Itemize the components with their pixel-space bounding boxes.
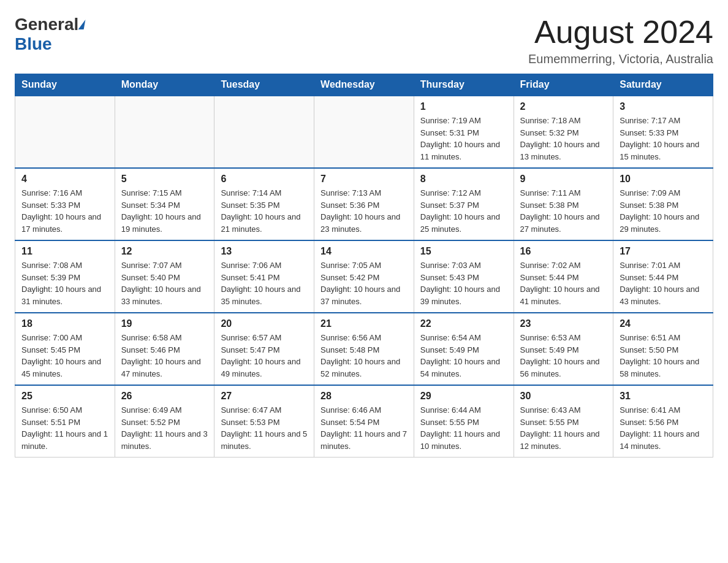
day-number: 20 bbox=[221, 318, 308, 329]
day-number: 19 bbox=[121, 318, 208, 329]
day-number: 27 bbox=[221, 391, 308, 402]
day-number: 8 bbox=[420, 174, 507, 185]
calendar-cell: 19Sunrise: 6:58 AM Sunset: 5:46 PM Dayli… bbox=[115, 313, 214, 385]
calendar-cell: 18Sunrise: 7:00 AM Sunset: 5:45 PM Dayli… bbox=[15, 313, 115, 385]
day-info: Sunrise: 7:16 AM Sunset: 5:33 PM Dayligh… bbox=[21, 187, 108, 235]
day-info: Sunrise: 6:58 AM Sunset: 5:46 PM Dayligh… bbox=[121, 332, 208, 380]
day-info: Sunrise: 6:51 AM Sunset: 5:50 PM Dayligh… bbox=[620, 332, 707, 380]
weekday-header-wednesday: Wednesday bbox=[314, 74, 414, 96]
calendar-cell: 20Sunrise: 6:57 AM Sunset: 5:47 PM Dayli… bbox=[214, 313, 314, 385]
day-number: 10 bbox=[620, 174, 707, 185]
day-number: 29 bbox=[420, 391, 507, 402]
calendar-cell: 2Sunrise: 7:18 AM Sunset: 5:32 PM Daylig… bbox=[514, 96, 613, 168]
calendar-cell: 21Sunrise: 6:56 AM Sunset: 5:48 PM Dayli… bbox=[314, 313, 414, 385]
day-info: Sunrise: 6:53 AM Sunset: 5:49 PM Dayligh… bbox=[520, 332, 607, 380]
day-number: 25 bbox=[21, 391, 108, 402]
calendar-cell: 25Sunrise: 6:50 AM Sunset: 5:51 PM Dayli… bbox=[15, 385, 115, 458]
day-number: 23 bbox=[520, 318, 607, 329]
calendar-cell: 27Sunrise: 6:47 AM Sunset: 5:53 PM Dayli… bbox=[214, 385, 314, 458]
day-number: 2 bbox=[520, 101, 607, 112]
calendar-cell: 1Sunrise: 7:19 AM Sunset: 5:31 PM Daylig… bbox=[414, 96, 514, 168]
calendar-cell: 15Sunrise: 7:03 AM Sunset: 5:43 PM Dayli… bbox=[414, 240, 514, 313]
weekday-header-monday: Monday bbox=[115, 74, 214, 96]
month-year-title: August 2024 bbox=[528, 15, 713, 50]
day-number: 7 bbox=[320, 174, 408, 185]
day-info: Sunrise: 6:47 AM Sunset: 5:53 PM Dayligh… bbox=[221, 404, 308, 452]
calendar-cell: 9Sunrise: 7:11 AM Sunset: 5:38 PM Daylig… bbox=[514, 168, 613, 240]
day-info: Sunrise: 6:41 AM Sunset: 5:56 PM Dayligh… bbox=[620, 404, 707, 452]
calendar-cell: 23Sunrise: 6:53 AM Sunset: 5:49 PM Dayli… bbox=[514, 313, 613, 385]
calendar-cell: 14Sunrise: 7:05 AM Sunset: 5:42 PM Dayli… bbox=[314, 240, 414, 313]
day-number: 24 bbox=[620, 318, 707, 329]
calendar-body: 1Sunrise: 7:19 AM Sunset: 5:31 PM Daylig… bbox=[15, 96, 713, 458]
calendar-cell bbox=[314, 96, 414, 168]
day-info: Sunrise: 6:43 AM Sunset: 5:55 PM Dayligh… bbox=[520, 404, 607, 452]
day-info: Sunrise: 7:19 AM Sunset: 5:31 PM Dayligh… bbox=[420, 115, 507, 163]
location-subtitle: Eumemmerring, Victoria, Australia bbox=[528, 52, 713, 66]
day-number: 22 bbox=[420, 318, 507, 329]
calendar-week-row: 1Sunrise: 7:19 AM Sunset: 5:31 PM Daylig… bbox=[15, 96, 713, 168]
calendar-table: SundayMondayTuesdayWednesdayThursdayFrid… bbox=[15, 74, 713, 458]
calendar-header: SundayMondayTuesdayWednesdayThursdayFrid… bbox=[15, 74, 713, 96]
day-number: 6 bbox=[221, 174, 308, 185]
day-info: Sunrise: 7:17 AM Sunset: 5:33 PM Dayligh… bbox=[620, 115, 707, 163]
day-number: 26 bbox=[121, 391, 208, 402]
day-number: 9 bbox=[520, 174, 607, 185]
calendar-cell: 13Sunrise: 7:06 AM Sunset: 5:41 PM Dayli… bbox=[214, 240, 314, 313]
day-number: 3 bbox=[620, 101, 707, 112]
calendar-cell bbox=[15, 96, 115, 168]
day-number: 12 bbox=[121, 246, 208, 257]
logo-blue-text: Blue bbox=[15, 34, 52, 53]
calendar-cell: 5Sunrise: 7:15 AM Sunset: 5:34 PM Daylig… bbox=[115, 168, 214, 240]
day-number: 13 bbox=[221, 246, 308, 257]
day-info: Sunrise: 7:08 AM Sunset: 5:39 PM Dayligh… bbox=[21, 259, 108, 307]
calendar-cell bbox=[115, 96, 214, 168]
calendar-cell: 26Sunrise: 6:49 AM Sunset: 5:52 PM Dayli… bbox=[115, 385, 214, 458]
calendar-cell: 24Sunrise: 6:51 AM Sunset: 5:50 PM Dayli… bbox=[613, 313, 713, 385]
day-info: Sunrise: 7:06 AM Sunset: 5:41 PM Dayligh… bbox=[221, 259, 308, 307]
day-info: Sunrise: 7:00 AM Sunset: 5:45 PM Dayligh… bbox=[21, 332, 108, 380]
logo-arrow-icon bbox=[78, 20, 86, 29]
calendar-week-row: 25Sunrise: 6:50 AM Sunset: 5:51 PM Dayli… bbox=[15, 385, 713, 458]
calendar-cell: 30Sunrise: 6:43 AM Sunset: 5:55 PM Dayli… bbox=[514, 385, 613, 458]
day-info: Sunrise: 7:03 AM Sunset: 5:43 PM Dayligh… bbox=[420, 259, 507, 307]
calendar-cell: 29Sunrise: 6:44 AM Sunset: 5:55 PM Dayli… bbox=[414, 385, 514, 458]
day-number: 1 bbox=[420, 101, 507, 112]
day-number: 11 bbox=[21, 246, 108, 257]
calendar-cell: 28Sunrise: 6:46 AM Sunset: 5:54 PM Dayli… bbox=[314, 385, 414, 458]
calendar-cell: 4Sunrise: 7:16 AM Sunset: 5:33 PM Daylig… bbox=[15, 168, 115, 240]
day-info: Sunrise: 6:56 AM Sunset: 5:48 PM Dayligh… bbox=[320, 332, 408, 380]
calendar-cell: 10Sunrise: 7:09 AM Sunset: 5:38 PM Dayli… bbox=[613, 168, 713, 240]
logo-general-text: General bbox=[15, 15, 78, 34]
day-info: Sunrise: 7:05 AM Sunset: 5:42 PM Dayligh… bbox=[320, 259, 408, 307]
day-number: 4 bbox=[21, 174, 108, 185]
weekday-header-row: SundayMondayTuesdayWednesdayThursdayFrid… bbox=[15, 74, 713, 96]
day-info: Sunrise: 6:49 AM Sunset: 5:52 PM Dayligh… bbox=[121, 404, 208, 452]
day-number: 5 bbox=[121, 174, 208, 185]
weekday-header-thursday: Thursday bbox=[414, 74, 514, 96]
title-area: August 2024 Eumemmerring, Victoria, Aust… bbox=[528, 15, 713, 66]
day-number: 28 bbox=[320, 391, 408, 402]
day-info: Sunrise: 6:54 AM Sunset: 5:49 PM Dayligh… bbox=[420, 332, 507, 380]
day-number: 14 bbox=[320, 246, 408, 257]
calendar-week-row: 11Sunrise: 7:08 AM Sunset: 5:39 PM Dayli… bbox=[15, 240, 713, 313]
day-number: 18 bbox=[21, 318, 108, 329]
day-number: 21 bbox=[320, 318, 408, 329]
calendar-week-row: 18Sunrise: 7:00 AM Sunset: 5:45 PM Dayli… bbox=[15, 313, 713, 385]
calendar-cell: 3Sunrise: 7:17 AM Sunset: 5:33 PM Daylig… bbox=[613, 96, 713, 168]
day-number: 31 bbox=[620, 391, 707, 402]
day-info: Sunrise: 6:57 AM Sunset: 5:47 PM Dayligh… bbox=[221, 332, 308, 380]
day-info: Sunrise: 7:12 AM Sunset: 5:37 PM Dayligh… bbox=[420, 187, 507, 235]
calendar-cell: 8Sunrise: 7:12 AM Sunset: 5:37 PM Daylig… bbox=[414, 168, 514, 240]
calendar-cell: 12Sunrise: 7:07 AM Sunset: 5:40 PM Dayli… bbox=[115, 240, 214, 313]
day-info: Sunrise: 7:11 AM Sunset: 5:38 PM Dayligh… bbox=[520, 187, 607, 235]
day-info: Sunrise: 6:46 AM Sunset: 5:54 PM Dayligh… bbox=[320, 404, 408, 452]
calendar-cell: 11Sunrise: 7:08 AM Sunset: 5:39 PM Dayli… bbox=[15, 240, 115, 313]
calendar-cell bbox=[214, 96, 314, 168]
day-info: Sunrise: 7:18 AM Sunset: 5:32 PM Dayligh… bbox=[520, 115, 607, 163]
weekday-header-sunday: Sunday bbox=[15, 74, 115, 96]
calendar-cell: 22Sunrise: 6:54 AM Sunset: 5:49 PM Dayli… bbox=[414, 313, 514, 385]
calendar-week-row: 4Sunrise: 7:16 AM Sunset: 5:33 PM Daylig… bbox=[15, 168, 713, 240]
calendar-cell: 16Sunrise: 7:02 AM Sunset: 5:44 PM Dayli… bbox=[514, 240, 613, 313]
day-number: 30 bbox=[520, 391, 607, 402]
